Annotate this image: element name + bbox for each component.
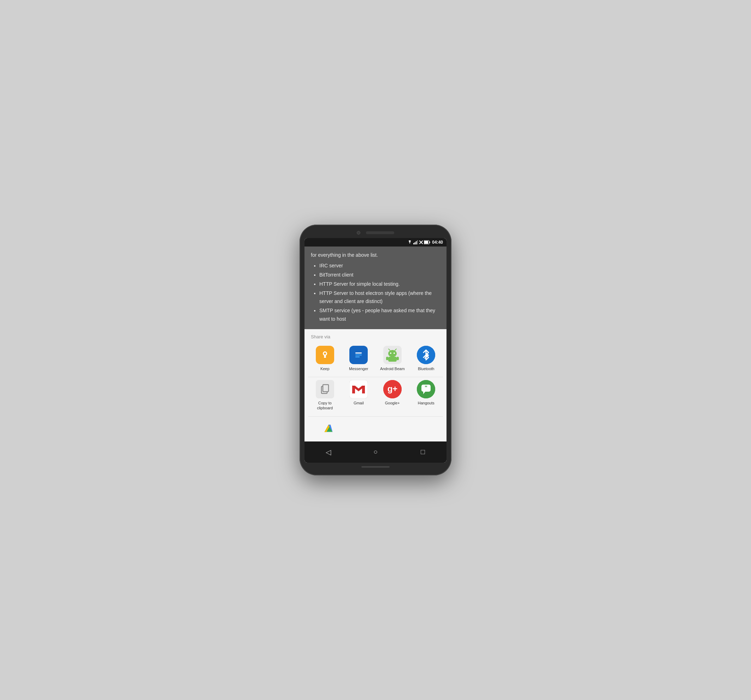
svg-rect-23 <box>388 357 397 362</box>
keep-label: Keep <box>320 366 329 371</box>
phone-screen: 04:40 for everything in the above list. … <box>304 238 447 462</box>
bluetooth-label: Bluetooth <box>418 366 434 371</box>
list-item: IRC server <box>319 262 440 270</box>
svg-point-20 <box>394 352 395 354</box>
svg-rect-24 <box>386 357 388 360</box>
hangouts-label: Hangouts <box>418 400 434 405</box>
svg-rect-0 <box>413 243 414 244</box>
share-row-3 <box>304 417 447 442</box>
svg-rect-3 <box>417 240 418 244</box>
phone-bottom <box>304 466 447 468</box>
nav-bar: ◁ ○ □ <box>304 442 447 463</box>
earpiece-speaker <box>366 231 394 234</box>
svg-point-19 <box>390 352 391 354</box>
content-area: for everything in the above list. IRC se… <box>304 247 447 329</box>
recent-button[interactable]: □ <box>416 446 429 459</box>
status-icons: 04:40 <box>407 240 443 245</box>
svg-rect-2 <box>416 241 417 244</box>
front-camera <box>357 231 360 235</box>
share-row-2: Copy to clipboard Gmail <box>304 377 447 416</box>
svg-rect-29 <box>323 385 329 392</box>
googleplus-icon: g+ <box>383 380 402 399</box>
home-bar <box>362 466 389 468</box>
svg-rect-16 <box>355 356 360 357</box>
svg-rect-14 <box>355 352 362 354</box>
messenger-label: Messenger <box>349 366 368 371</box>
hangouts-icon: " <box>417 380 435 399</box>
drive-icon <box>319 420 338 438</box>
share-drive[interactable] <box>314 420 343 438</box>
home-button[interactable]: ○ <box>369 446 382 459</box>
androidbeam-label: Android Beam <box>380 366 405 371</box>
share-panel: Share via Keep <box>304 329 447 442</box>
svg-point-18 <box>388 350 397 357</box>
share-messenger[interactable]: Messenger <box>345 346 373 371</box>
no-data-icon <box>419 241 423 244</box>
bullet-list: IRC server BitTorrent client HTTP Server… <box>311 262 440 323</box>
svg-rect-8 <box>424 241 428 244</box>
intro-text: for everything in the above list. <box>311 252 440 259</box>
status-bar: 04:40 <box>304 238 447 247</box>
share-row-1: Keep Messenger <box>304 343 447 377</box>
svg-text:g+: g+ <box>387 384 397 393</box>
keep-icon <box>316 346 334 364</box>
back-button[interactable]: ◁ <box>322 446 335 459</box>
svg-point-12 <box>324 352 326 355</box>
time-display: 04:40 <box>432 240 443 245</box>
gmail-icon <box>349 380 368 399</box>
phone-top <box>304 231 447 235</box>
bluetooth-icon <box>417 346 435 364</box>
svg-rect-7 <box>430 241 430 243</box>
clipboard-label: Copy to clipboard <box>311 400 339 411</box>
androidbeam-icon <box>383 346 402 364</box>
share-android-beam[interactable]: Android Beam <box>378 346 406 371</box>
list-item: BitTorrent client <box>319 271 440 280</box>
signal-icon <box>413 240 418 244</box>
share-googleplus[interactable]: g+ Google+ <box>378 380 406 411</box>
wifi-icon <box>407 240 412 244</box>
svg-rect-1 <box>415 242 416 244</box>
share-hangouts[interactable]: " Hangouts <box>412 380 440 411</box>
list-item: HTTP Server to host electron style apps … <box>319 289 440 306</box>
share-keep[interactable]: Keep <box>311 346 339 371</box>
svg-rect-25 <box>397 357 399 360</box>
clipboard-icon <box>316 380 334 399</box>
battery-icon <box>424 240 430 244</box>
googleplus-label: Google+ <box>385 400 400 405</box>
list-item: HTTP Server for simple local testing. <box>319 280 440 289</box>
share-gmail[interactable]: Gmail <box>345 380 373 411</box>
svg-rect-15 <box>355 354 362 355</box>
list-item: SMTP service (yes - people have asked me… <box>319 307 440 323</box>
share-title: Share via <box>304 329 447 343</box>
gmail-label: Gmail <box>354 400 364 405</box>
svg-rect-11 <box>324 357 326 358</box>
messenger-icon <box>349 346 368 364</box>
phone-frame: 04:40 for everything in the above list. … <box>300 225 451 475</box>
share-clipboard[interactable]: Copy to clipboard <box>311 380 339 411</box>
svg-text:": " <box>425 385 427 391</box>
share-bluetooth[interactable]: Bluetooth <box>412 346 440 371</box>
